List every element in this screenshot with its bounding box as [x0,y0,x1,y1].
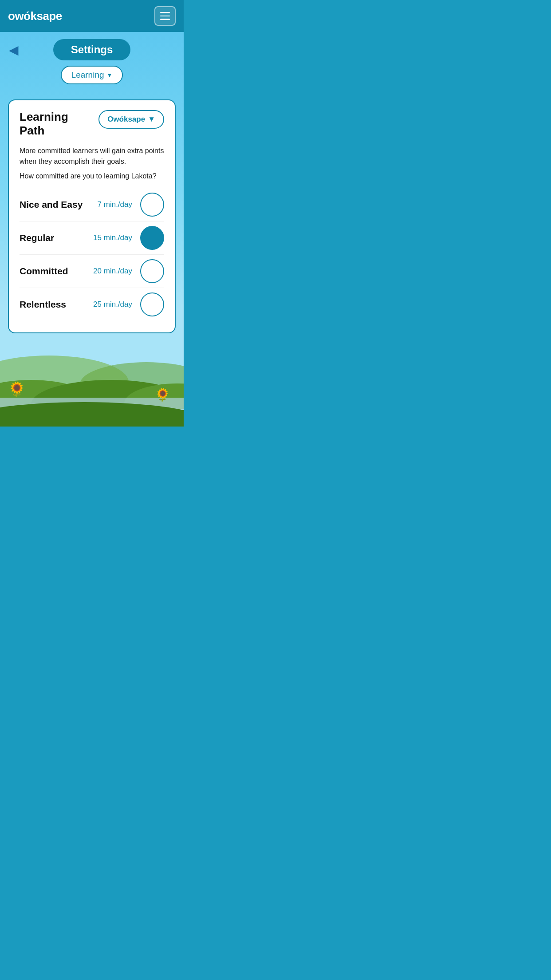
option-label-nice: Nice and Easy [20,199,92,210]
card-title-line1: Learning [20,110,68,123]
sunflower-right: 🌻 [155,387,170,402]
menu-icon-line3 [160,19,170,20]
back-icon: ◀ [9,43,19,57]
card-title: Learning Path [20,110,68,138]
learning-dropdown-arrow: ▼ [107,72,113,79]
option-label-relentless: Relentless [20,299,92,310]
card-header: Learning Path Owóksape ▼ [20,110,164,138]
option-time-relentless: 25 min./day [92,300,132,309]
menu-button[interactable] [154,6,176,26]
path-dropdown-label: Owóksape [107,115,145,124]
svg-point-5 [0,402,184,427]
settings-card: Learning Path Owóksape ▼ More committed … [8,99,176,333]
card-title-line2: Path [20,124,44,137]
option-row-relentless: Relentless25 min./day [20,288,164,321]
description-text: More committed learners will gain extra … [20,146,164,167]
learning-dropdown-label: Learning [71,70,104,80]
path-dropdown[interactable]: Owóksape ▼ [98,110,164,129]
path-dropdown-arrow: ▼ [148,115,155,124]
app-title: owóksape [8,9,62,23]
landscape: 🌻 🌻 [0,329,184,427]
back-button[interactable]: ◀ [9,43,19,57]
sunflower-left: 🌻 [8,381,26,398]
menu-icon-line2 [160,16,170,17]
option-radio-committed[interactable] [140,259,164,283]
option-row-regular: Regular15 min./day [20,221,164,254]
option-label-regular: Regular [20,233,92,243]
option-radio-regular[interactable] [140,226,164,250]
option-radio-nice[interactable] [140,193,164,217]
option-row-committed: Committed20 min./day [20,255,164,288]
option-radio-relentless[interactable] [140,292,164,316]
option-time-regular: 15 min./day [92,233,132,242]
header-area: ◀ Settings [0,39,184,66]
menu-icon-line1 [160,12,170,13]
option-time-nice: 7 min./day [92,200,132,209]
learning-dropdown[interactable]: Learning ▼ [61,66,123,84]
option-label-committed: Committed [20,266,92,277]
option-time-committed: 20 min./day [92,267,132,276]
settings-title: Settings [53,39,131,60]
top-bar: owóksape [0,0,184,32]
scene: ◀ Settings Learning ▼ Learning Path Owók… [0,32,184,427]
option-row-nice: Nice and Easy7 min./day [20,188,164,221]
options-list: Nice and Easy7 min./dayRegular15 min./da… [20,188,164,321]
question-text: How committed are you to learning Lakota… [20,172,164,180]
